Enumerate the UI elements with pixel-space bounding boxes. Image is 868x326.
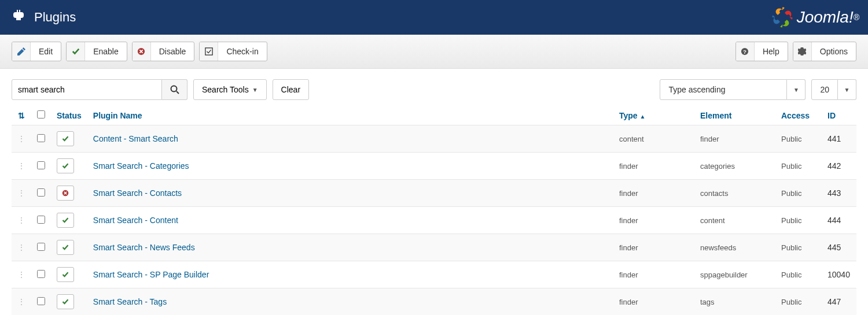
clear-label: Clear [281,85,300,94]
svg-rect-1 [205,48,212,55]
search-button[interactable] [162,79,187,100]
select-all-checkbox[interactable] [37,110,45,118]
row-checkbox[interactable] [37,134,45,142]
search-tools-button[interactable]: Search Tools ▼ [193,79,267,100]
id-cell: 447 [822,288,856,316]
drag-handle-icon[interactable]: ⋮ [17,243,25,252]
checkbox-icon [200,42,218,61]
access-cell: Public [775,234,822,261]
type-cell: finder [613,180,694,207]
filter-bar: Search Tools ▼ Clear Type ascending ▼ 20… [12,79,856,100]
sort-value: Type ascending [660,79,787,100]
checkin-label: Check-in [218,47,266,56]
drag-handle-icon[interactable]: ⋮ [17,270,25,279]
plugin-icon [12,9,25,26]
joomla-logo: Joomla!® [771,6,859,28]
drag-handle-icon[interactable]: ⋮ [17,161,25,171]
page-header: Plugins Joomla!® [0,0,868,35]
svg-point-4 [171,86,176,92]
row-checkbox[interactable] [37,188,45,197]
enable-button[interactable]: Enable [66,42,127,61]
search-input[interactable] [12,79,162,100]
help-button[interactable]: ? Help [735,42,788,61]
question-icon: ? [736,42,755,61]
plugin-name-link[interactable]: Smart Search - News Feeds [93,243,195,252]
access-cell: Public [775,261,822,288]
plugin-name-link[interactable]: Smart Search - SP Page Builder [93,270,209,279]
edit-label: Edit [31,47,61,56]
options-label: Options [812,47,856,56]
status-toggle-button[interactable] [57,158,74,173]
toolbar: Edit Enable Disable Check-in ? Help Opti… [0,35,868,69]
type-cell: content [613,125,694,153]
check-icon [67,42,85,61]
row-checkbox[interactable] [37,243,45,251]
element-header[interactable]: Element [700,111,731,120]
status-toggle-button[interactable] [57,240,74,255]
access-cell: Public [775,125,822,153]
status-toggle-button[interactable] [57,267,74,282]
element-cell: categories [694,153,775,180]
type-cell: finder [613,261,694,288]
svg-text:?: ? [744,49,747,55]
type-cell: finder [613,234,694,261]
type-cell: finder [613,207,694,234]
row-checkbox[interactable] [37,161,45,169]
caret-down-icon: ▼ [838,79,856,100]
options-button[interactable]: Options [793,42,856,61]
plugin-table: ⇅ Status Plugin Name Type ▲ Element Acce… [12,106,856,315]
plugin-name-link[interactable]: Smart Search - Tags [93,297,167,306]
limit-value: 20 [811,79,838,100]
type-header[interactable]: Type ▲ [619,111,645,120]
id-header[interactable]: ID [827,111,836,120]
pencil-icon [12,42,31,61]
element-cell: content [694,207,775,234]
logo-text: Joomla! [797,8,854,27]
cancel-icon [133,42,151,61]
status-toggle-button[interactable] [57,213,74,228]
row-checkbox[interactable] [37,270,45,278]
id-cell: 441 [822,125,856,153]
access-cell: Public [775,288,822,316]
drag-handle-icon[interactable]: ⋮ [17,216,25,225]
search-icon [170,85,179,94]
plugin-name-link[interactable]: Smart Search - Categories [93,161,189,171]
id-cell: 443 [822,180,856,207]
type-cell: finder [613,153,694,180]
search-tools-label: Search Tools [202,85,249,94]
help-label: Help [755,47,788,56]
id-cell: 442 [822,153,856,180]
enable-label: Enable [85,47,127,56]
table-row: ⋮Smart Search - SP Page Builderfinderspp… [12,261,856,288]
edit-button[interactable]: Edit [12,42,61,61]
sort-handle-header[interactable]: ⇅ [12,106,31,125]
element-cell: newsfeeds [694,234,775,261]
element-cell: finder [694,125,775,153]
drag-handle-icon[interactable]: ⋮ [17,134,25,143]
name-header[interactable]: Plugin Name [93,111,142,120]
row-checkbox[interactable] [37,216,45,224]
access-header[interactable]: Access [781,111,810,120]
status-toggle-button[interactable] [57,131,74,146]
page-title: Plugins [34,10,76,25]
status-toggle-button[interactable] [57,294,74,309]
drag-handle-icon[interactable]: ⋮ [17,297,25,306]
plugin-name-link[interactable]: Content - Smart Search [93,134,178,143]
id-cell: 10040 [822,261,856,288]
limit-select[interactable]: 20 ▼ [811,79,856,100]
access-cell: Public [775,180,822,207]
plugin-name-link[interactable]: Smart Search - Content [93,216,178,225]
status-header[interactable]: Status [57,111,82,120]
drag-handle-icon[interactable]: ⋮ [17,188,25,198]
caret-down-icon: ▼ [252,87,258,93]
access-cell: Public [775,153,822,180]
plugin-name-link[interactable]: Smart Search - Contacts [93,188,182,198]
access-cell: Public [775,207,822,234]
checkin-button[interactable]: Check-in [199,42,267,61]
sort-select[interactable]: Type ascending ▼ [660,79,806,100]
disable-button[interactable]: Disable [132,42,195,61]
status-toggle-button[interactable] [57,186,74,201]
row-checkbox[interactable] [37,297,45,305]
table-row: ⋮Smart Search - News Feedsfindernewsfeed… [12,234,856,261]
clear-button[interactable]: Clear [273,79,309,100]
